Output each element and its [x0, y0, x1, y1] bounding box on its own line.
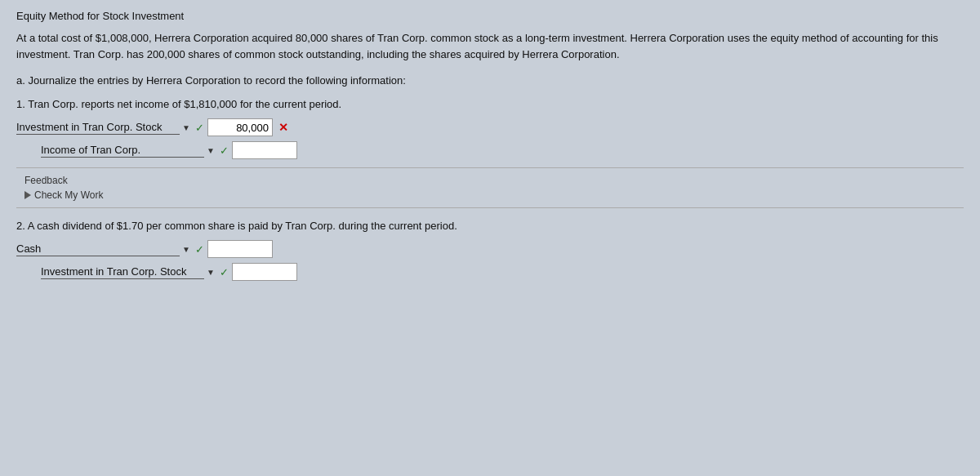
- credit-account-wrapper-1: Income of Tran Corp. ▼: [41, 144, 215, 158]
- debit-dropdown-1[interactable]: ▼: [182, 123, 190, 132]
- credit-account-label-2: Investment in Tran Corp. Stock: [41, 265, 204, 279]
- debit-account-label-2: Cash: [16, 242, 180, 256]
- debit-account-label-1: Investment in Tran Corp. Stock: [16, 121, 180, 135]
- credit-row-1: Income of Tran Corp. ▼ ✓: [16, 141, 964, 159]
- debit-account-wrapper-1: Investment in Tran Corp. Stock ▼: [16, 121, 190, 135]
- credit-check-2: ✓: [220, 266, 229, 278]
- debit-x-1: ✕: [278, 121, 288, 134]
- page-title: Equity Method for Stock Investment: [16, 10, 964, 22]
- question-2-block: 2. A cash dividend of $1.70 per common s…: [16, 220, 964, 281]
- debit-row-1: Investment in Tran Corp. Stock ▼ ✓ ✕: [16, 118, 964, 136]
- question-2-text: 2. A cash dividend of $1.70 per common s…: [16, 220, 964, 232]
- credit-dropdown-1[interactable]: ▼: [207, 146, 215, 155]
- debit-amount-input-1[interactable]: [207, 118, 273, 136]
- debit-check-1: ✓: [195, 122, 204, 134]
- check-my-work-button[interactable]: Check My Work: [24, 189, 956, 201]
- section-a-label: a. Journalize the entries by Herrera Cor…: [16, 74, 964, 87]
- question-1-text: 1. Tran Corp. reports net income of $1,8…: [16, 98, 964, 110]
- debit-row-2: Cash ▼ ✓: [16, 240, 964, 258]
- credit-row-2: Investment in Tran Corp. Stock ▼ ✓: [16, 263, 964, 281]
- intro-text: At a total cost of $1,008,000, Herrera C…: [16, 30, 964, 63]
- debit-amount-input-2[interactable]: [207, 240, 273, 258]
- question-1-block: 1. Tran Corp. reports net income of $1,8…: [16, 98, 964, 159]
- feedback-label: Feedback: [24, 175, 956, 186]
- credit-account-wrapper-2: Investment in Tran Corp. Stock ▼: [41, 265, 215, 279]
- debit-dropdown-2[interactable]: ▼: [182, 245, 190, 254]
- check-my-work-label[interactable]: Check My Work: [34, 189, 103, 201]
- credit-check-1: ✓: [220, 145, 229, 157]
- credit-account-label-1: Income of Tran Corp.: [41, 144, 204, 158]
- triangle-icon: [24, 191, 31, 199]
- credit-amount-input-1[interactable]: [232, 141, 297, 159]
- feedback-section: Feedback Check My Work: [16, 167, 964, 208]
- debit-check-2: ✓: [195, 243, 204, 256]
- credit-amount-input-2[interactable]: [232, 263, 297, 281]
- debit-account-wrapper-2: Cash ▼: [16, 242, 190, 256]
- credit-dropdown-2[interactable]: ▼: [207, 268, 215, 277]
